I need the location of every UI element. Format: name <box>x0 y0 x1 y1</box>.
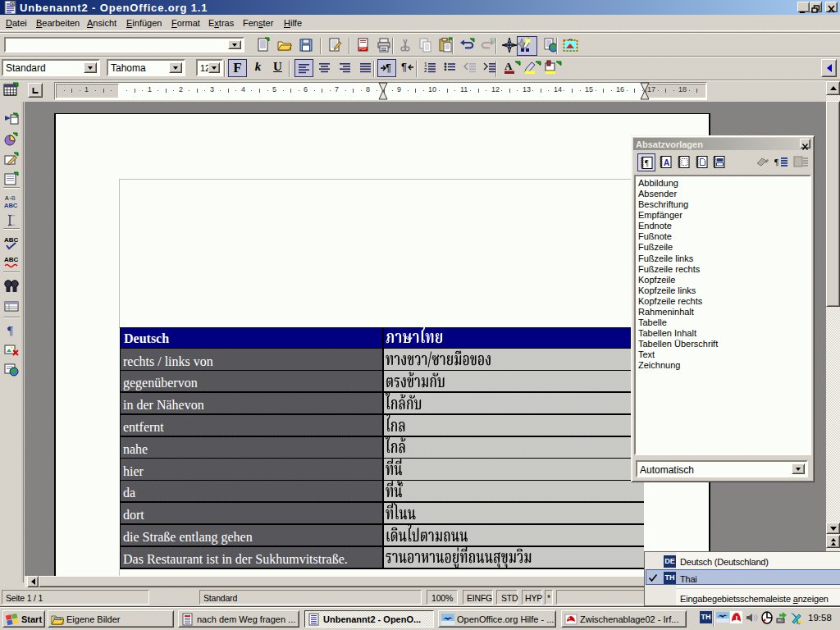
svg-text:PDF: PDF <box>359 47 367 51</box>
svg-text:1: 1 <box>424 62 427 67</box>
svg-text:ABC: ABC <box>4 236 19 244</box>
svg-text:B: B <box>11 195 16 201</box>
svg-text:¶: ¶ <box>645 158 649 167</box>
svg-text:2: 2 <box>424 67 427 73</box>
svg-text:A: A <box>5 195 9 201</box>
svg-text:¶: ¶ <box>386 62 391 74</box>
svg-text:¶: ¶ <box>7 324 13 337</box>
svg-text:ABC: ABC <box>4 256 19 263</box>
svg-text:¶: ¶ <box>401 61 407 73</box>
svg-text:A: A <box>504 60 513 72</box>
svg-text:ABC: ABC <box>4 202 18 209</box>
svg-text:A: A <box>664 158 669 167</box>
svg-text:¶: ¶ <box>774 157 778 167</box>
